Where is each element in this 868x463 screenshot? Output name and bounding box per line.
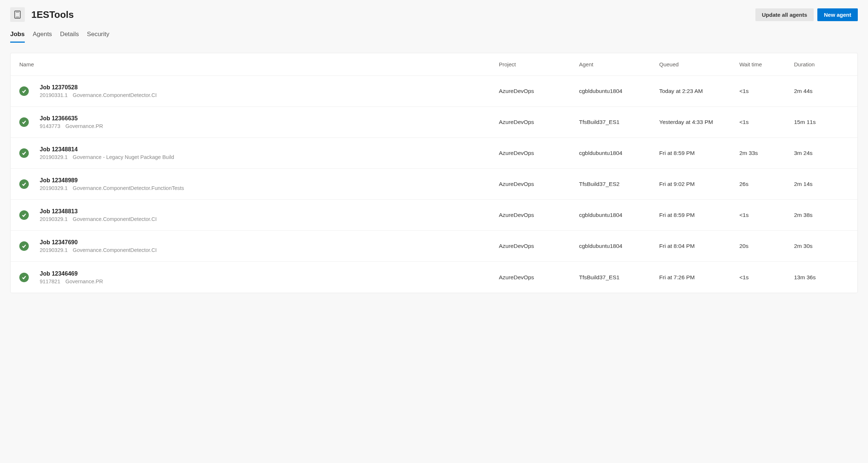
table-row[interactable]: Job 1234769020190329.1Governance.Compone… [11, 231, 857, 262]
success-icon [19, 117, 29, 127]
update-all-agents-button[interactable]: Update all agents [755, 8, 814, 21]
name-cell: Job 1237052820190331.1Governance.Compone… [40, 84, 499, 98]
cell-project: AzureDevOps [499, 212, 579, 218]
job-pipeline: Governance.PR [65, 279, 103, 284]
job-subtitle: 20190329.1Governance.ComponentDetector.C… [40, 247, 499, 253]
cell-project: AzureDevOps [499, 88, 579, 94]
success-icon [19, 86, 29, 96]
cell-wait: <1s [739, 274, 794, 281]
new-agent-button[interactable]: New agent [817, 8, 858, 21]
column-wait[interactable]: Wait time [739, 61, 794, 67]
cell-duration: 3m 24s [794, 150, 849, 156]
pool-icon [10, 7, 25, 22]
job-title[interactable]: Job 12346469 [40, 271, 499, 277]
cell-agent: cgbldubuntu1804 [579, 88, 659, 94]
cell-agent: TfsBuild37_ES1 [579, 274, 659, 281]
column-name[interactable]: Name [19, 61, 499, 67]
job-build: 20190329.1 [40, 154, 68, 160]
cell-duration: 13m 36s [794, 274, 849, 281]
job-title[interactable]: Job 12347690 [40, 239, 499, 246]
tab-security[interactable]: Security [87, 31, 109, 43]
cell-queued: Today at 2:23 AM [659, 88, 739, 94]
table-header: Name Project Agent Queued Wait time Dura… [11, 53, 857, 76]
cell-wait: <1s [739, 88, 794, 94]
cell-wait: <1s [739, 119, 794, 125]
job-title[interactable]: Job 12370528 [40, 84, 499, 91]
table-row[interactable]: Job 1237052820190331.1Governance.Compone… [11, 76, 857, 107]
job-pipeline: Governance.ComponentDetector.CI [73, 92, 157, 98]
job-title[interactable]: Job 12366635 [40, 115, 499, 122]
cell-wait: <1s [739, 212, 794, 218]
job-subtitle: 9117821Governance.PR [40, 279, 499, 284]
job-subtitle: 20190329.1Governance - Legacy Nuget Pack… [40, 154, 499, 160]
cell-duration: 2m 44s [794, 88, 849, 94]
job-subtitle: 20190331.1Governance.ComponentDetector.C… [40, 92, 499, 98]
job-pipeline: Governance.ComponentDetector.CI [73, 247, 157, 253]
cell-duration: 2m 14s [794, 181, 849, 187]
tab-details[interactable]: Details [60, 31, 79, 43]
cell-wait: 26s [739, 181, 794, 187]
cell-queued: Fri at 7:26 PM [659, 274, 739, 281]
job-build: 20190329.1 [40, 247, 68, 253]
cell-queued: Fri at 8:59 PM [659, 212, 739, 218]
success-icon [19, 241, 29, 251]
success-icon [19, 273, 29, 282]
column-agent[interactable]: Agent [579, 61, 659, 67]
table-row[interactable]: Job 123464699117821Governance.PRAzureDev… [11, 262, 857, 293]
name-cell: Job 1234881420190329.1Governance - Legac… [40, 146, 499, 160]
job-pipeline: Governance.PR [65, 123, 103, 129]
job-build: 9117821 [40, 279, 60, 284]
cell-queued: Fri at 8:59 PM [659, 150, 739, 156]
job-pipeline: Governance - Legacy Nuget Package Build [73, 154, 174, 160]
cell-project: AzureDevOps [499, 181, 579, 187]
job-subtitle: 9143773Governance.PR [40, 123, 499, 129]
cell-queued: Fri at 8:04 PM [659, 243, 739, 249]
job-title[interactable]: Job 12348813 [40, 208, 499, 215]
tab-agents[interactable]: Agents [33, 31, 52, 43]
table-row[interactable]: Job 1234898920190329.1Governance.Compone… [11, 169, 857, 200]
name-cell: Job 123666359143773Governance.PR [40, 115, 499, 129]
job-pipeline: Governance.ComponentDetector.FunctionTes… [73, 185, 184, 191]
tab-jobs[interactable]: Jobs [10, 31, 25, 43]
column-duration[interactable]: Duration [794, 61, 849, 67]
job-build: 20190329.1 [40, 216, 68, 222]
success-icon [19, 210, 29, 220]
column-queued[interactable]: Queued [659, 61, 739, 67]
cell-wait: 20s [739, 243, 794, 249]
success-icon [19, 148, 29, 158]
cell-duration: 2m 38s [794, 212, 849, 218]
name-cell: Job 1234881320190329.1Governance.Compone… [40, 208, 499, 222]
job-build: 9143773 [40, 123, 60, 129]
cell-duration: 2m 30s [794, 243, 849, 249]
cell-agent: cgbldubuntu1804 [579, 243, 659, 249]
job-subtitle: 20190329.1Governance.ComponentDetector.F… [40, 185, 499, 191]
cell-queued: Fri at 9:02 PM [659, 181, 739, 187]
job-build: 20190331.1 [40, 92, 68, 98]
cell-project: AzureDevOps [499, 119, 579, 125]
column-project[interactable]: Project [499, 61, 579, 67]
table-row[interactable]: Job 1234881420190329.1Governance - Legac… [11, 138, 857, 169]
job-title[interactable]: Job 12348989 [40, 177, 499, 184]
name-cell: Job 1234769020190329.1Governance.Compone… [40, 239, 499, 253]
cell-agent: TfsBuild37_ES2 [579, 181, 659, 187]
success-icon [19, 179, 29, 189]
table-row[interactable]: Job 123666359143773Governance.PRAzureDev… [11, 107, 857, 138]
cell-project: AzureDevOps [499, 150, 579, 156]
page-title: 1ESTools [31, 9, 74, 20]
jobs-card: Name Project Agent Queued Wait time Dura… [10, 53, 858, 293]
name-cell: Job 123464699117821Governance.PR [40, 271, 499, 284]
tabs: JobsAgentsDetailsSecurity [10, 31, 858, 43]
cell-agent: cgbldubuntu1804 [579, 212, 659, 218]
job-build: 20190329.1 [40, 185, 68, 191]
cell-agent: TfsBuild37_ES1 [579, 119, 659, 125]
cell-queued: Yesterday at 4:33 PM [659, 119, 739, 125]
cell-project: AzureDevOps [499, 274, 579, 281]
table-row[interactable]: Job 1234881320190329.1Governance.Compone… [11, 200, 857, 231]
cell-duration: 15m 11s [794, 119, 849, 125]
job-title[interactable]: Job 12348814 [40, 146, 499, 153]
job-pipeline: Governance.ComponentDetector.CI [73, 216, 157, 222]
page-header: 1ESTools Update all agents New agent [10, 7, 858, 22]
cell-project: AzureDevOps [499, 243, 579, 249]
job-subtitle: 20190329.1Governance.ComponentDetector.C… [40, 216, 499, 222]
name-cell: Job 1234898920190329.1Governance.Compone… [40, 177, 499, 191]
